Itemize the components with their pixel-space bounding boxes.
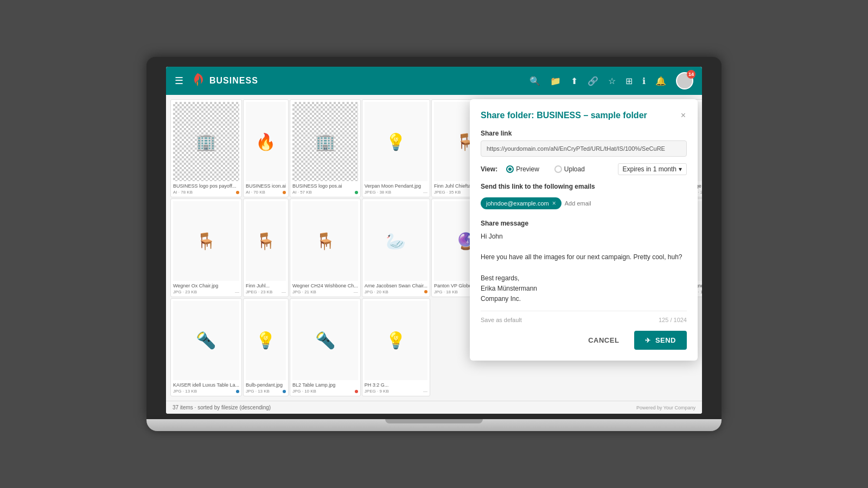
file-type-size: JPEG · 38 KB: [365, 190, 391, 195]
file-meta: JPEG · 38 KB —: [365, 190, 427, 195]
upload-radio[interactable]: [554, 165, 562, 173]
file-thumb-icon: 🏢: [315, 132, 335, 151]
file-item[interactable]: 🏢 BUSINESS logo pos.ai AI · 57 KB: [290, 99, 361, 197]
cancel-button[interactable]: CANCEL: [579, 332, 628, 349]
items-count: 37 items · sorted by filesize (descendin…: [173, 404, 271, 410]
file-type-size: JPG · 23 KB: [173, 290, 197, 294]
file-item[interactable]: 🪑 Wegner CH24 Wishbone Ch... JPG · 21 KB…: [290, 198, 361, 297]
info-icon[interactable]: ℹ: [642, 76, 646, 86]
upload-radio-group[interactable]: Upload: [554, 165, 591, 173]
file-thumbnail: 💡: [365, 102, 427, 181]
file-item[interactable]: 💡 Verpan Moon Pendant.jpg JPEG · 38 KB —: [362, 99, 430, 197]
file-item[interactable]: 🏢 BUSINESS logo pos payoff... AI · 78 KB: [170, 99, 242, 197]
screen-inner: ☰ BUSINESS 🔍 📁 ⬆ 🔗 ☆ ⊞: [166, 67, 702, 414]
file-thumb-icon: 🏢: [196, 132, 216, 151]
file-thumb-icon: 🪑: [196, 232, 216, 251]
file-name: BL2 Table Lamp.jpg: [292, 382, 358, 388]
add-email-input[interactable]: [565, 200, 687, 207]
file-item[interactable]: 🔦 KAISER idell Luxus Table La... JPG · 1…: [170, 298, 242, 396]
file-meta: AI · 57 KB: [292, 190, 358, 195]
file-name: Verpan Moon Pendant.jpg: [365, 183, 427, 189]
preview-radio[interactable]: [506, 165, 514, 173]
file-meta: AI · 78 KB: [173, 190, 239, 195]
status-bar: 37 items · sorted by filesize (descendin…: [166, 401, 702, 414]
file-item[interactable]: 💡 Bulb-pendant.jpg JPG · 13 KB: [243, 298, 289, 396]
file-thumbnail: 🪑: [292, 201, 358, 280]
file-thumb-icon: 🦢: [386, 232, 406, 251]
file-type-size: JPEG · 23 KB: [246, 290, 272, 294]
file-type-size: AI · 78 KB: [173, 190, 193, 195]
header-actions: 🔍 📁 ⬆ 🔗 ☆ ⊞ ℹ 🔔: [529, 72, 693, 89]
close-button[interactable]: ×: [680, 110, 687, 121]
file-item[interactable]: 🔦 BL2 Table Lamp.jpg JPG · 10 KB: [290, 298, 361, 396]
upload-icon[interactable]: ⬆: [571, 76, 578, 86]
file-name: Wegner CH24 Wishbone Ch...: [292, 283, 358, 288]
share-panel-title: Share folder: BUSINESS – sample folder: [481, 111, 647, 120]
menu-icon[interactable]: ☰: [175, 75, 183, 87]
file-item[interactable]: 🦢 Arne Jacobsen Swan Chair... JPG · 20 K…: [362, 198, 430, 297]
file-item[interactable]: 🪑 Finn Juhl... JPEG · 23 KB —: [243, 198, 289, 297]
file-info: BUSINESS icon.ai AI · 70 KB: [246, 183, 286, 195]
file-meta: JPG · 13 KB: [173, 389, 239, 394]
file-name: KAISER idell Luxus Table La...: [173, 382, 239, 388]
file-name: Wegner Ox Chair.jpg: [173, 283, 239, 288]
file-meta: JPEG · 23 KB —: [246, 290, 286, 294]
email-tag-value: johndoe@example.com: [486, 200, 549, 207]
file-info: Bulb-pendant.jpg JPG · 13 KB: [246, 382, 286, 394]
flame-logo-icon: [190, 72, 205, 89]
upload-label: Upload: [564, 165, 585, 173]
file-thumbnail: 🪑: [246, 201, 286, 280]
share-message-body[interactable]: Hi John Here you have all the images for…: [481, 232, 687, 304]
bell-icon[interactable]: 🔔: [655, 76, 666, 86]
file-item[interactable]: 🪑 Wegner Ox Chair.jpg JPG · 23 KB —: [170, 198, 242, 297]
file-type-size: JPG · 18 KB: [434, 290, 458, 294]
file-type-size: JPG · 10 KB: [292, 389, 316, 394]
screen-outer: ☰ BUSINESS 🔍 📁 ⬆ 🔗 ☆ ⊞: [146, 57, 722, 419]
share-link-url[interactable]: https://yourdomain.com/aN/EnCryPTed/URL/…: [481, 140, 687, 157]
file-thumbnail: 🦢: [365, 201, 427, 280]
file-type-size: AI · 57 KB: [292, 190, 312, 195]
share-footer: Save as default 125 / 1024: [481, 311, 687, 323]
file-item[interactable]: 🔥 BUSINESS icon.ai AI · 70 KB: [243, 99, 289, 197]
file-meta: JPG · 21 KB —: [292, 290, 358, 294]
preview-label: Preview: [516, 165, 539, 173]
preview-radio-group[interactable]: Preview: [506, 165, 546, 173]
chevron-down-icon: ▾: [679, 165, 682, 173]
file-thumb-icon: 💡: [386, 132, 406, 151]
laptop-shell: ☰ BUSINESS 🔍 📁 ⬆ 🔗 ☆ ⊞: [146, 57, 722, 431]
view-options: View: Preview Upload Expires in 1 month: [481, 163, 687, 175]
email-tags-container: johndoe@example.com ×: [481, 195, 687, 212]
star-icon[interactable]: ☆: [608, 76, 616, 86]
message-line1: Hi John: [481, 232, 687, 242]
grid-icon[interactable]: ⊞: [626, 76, 633, 86]
file-thumbnail: 🏢: [173, 102, 239, 181]
expires-dropdown[interactable]: Expires in 1 month ▾: [618, 163, 687, 175]
message-line6: Erika Münstermann: [481, 284, 687, 294]
link-icon[interactable]: 🔗: [588, 76, 598, 86]
file-thumbnail: 🔦: [292, 301, 358, 380]
powered-by: Powered by Your Company: [636, 405, 695, 410]
search-icon[interactable]: 🔍: [529, 76, 540, 86]
file-info: Finn Juhl... JPEG · 23 KB —: [246, 283, 286, 294]
email-tag-remove[interactable]: ×: [552, 200, 556, 207]
file-info: KAISER idell Luxus Table La... JPG · 13 …: [173, 382, 239, 394]
file-thumbnail: 🔥: [246, 102, 286, 181]
folder-download-icon[interactable]: 📁: [550, 76, 561, 86]
send-label: SEND: [655, 336, 676, 344]
save-default-link[interactable]: Save as default: [481, 317, 522, 323]
svg-point-0: [681, 76, 688, 82]
avatar-badge[interactable]: 14: [676, 72, 693, 89]
file-thumb-icon: 💡: [386, 331, 406, 350]
file-meta: JPG · 20 KB: [365, 290, 427, 294]
file-thumb-icon: 🪑: [256, 232, 276, 251]
send-button[interactable]: ✈ SEND: [634, 331, 687, 350]
message-line5: Best regards,: [481, 273, 687, 284]
file-thumb-icon: 🔦: [315, 331, 335, 350]
file-type-size: JPEG · 9 KB: [365, 389, 389, 394]
app-header: ☰ BUSINESS 🔍 📁 ⬆ 🔗 ☆ ⊞: [166, 67, 702, 95]
send-emails-label: Send this link to the following emails: [481, 183, 687, 190]
file-thumbnail: 💡: [246, 301, 286, 380]
file-type-size: JPG · 13 KB: [246, 389, 270, 394]
svg-point-1: [679, 84, 690, 88]
file-item[interactable]: 💡 PH 3:2 G... JPEG · 9 KB —: [362, 298, 430, 396]
